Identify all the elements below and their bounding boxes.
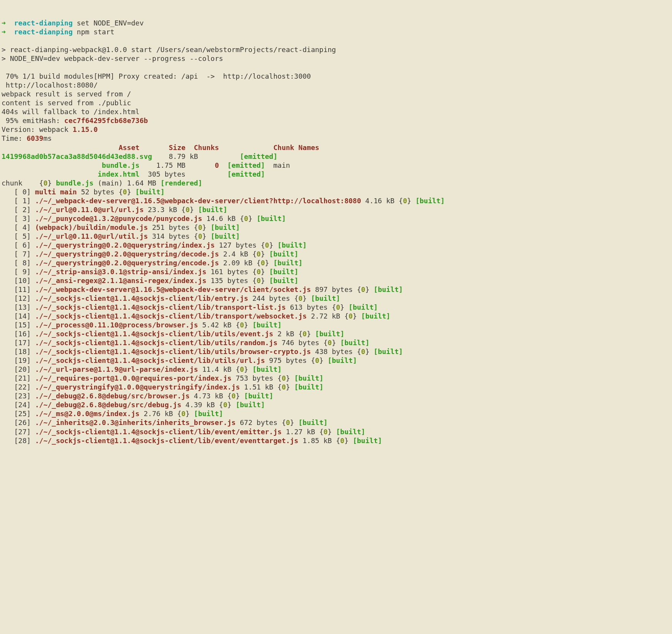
module-path: ./~/_sockjs-client@1.1.4@sockjs-client/l… <box>35 437 299 445</box>
module-index: [ 7] <box>14 250 31 258</box>
module-list: [ 0] multi main 52 bytes {0} [built] [ 1… <box>2 187 670 445</box>
module-chunk: 0 <box>361 347 365 356</box>
module-index: [16] <box>14 330 31 338</box>
module-size: 244 bytes <box>252 294 290 302</box>
module-index: [ 4] <box>14 223 31 231</box>
module-size: 251 bytes <box>152 223 190 231</box>
module-status: [built] <box>294 374 324 382</box>
asset-bundle-chunk: 0 <box>215 161 219 169</box>
module-chunk: 0 <box>198 232 202 240</box>
module-size: 135 bytes <box>211 277 248 285</box>
module-path: ./~/_ms@2.0.0@ms/index.js <box>35 410 140 418</box>
module-status: [built] <box>340 339 370 347</box>
chunk-rendered: [rendered] <box>160 179 202 187</box>
asset-index-name: index.html <box>98 170 139 178</box>
prompt-arrow-icon: ➜ <box>2 19 6 27</box>
module-size: 2.76 kB <box>144 410 173 418</box>
module-index: [25] <box>14 410 31 418</box>
module-path: (webpack)/buildin/module.js <box>35 223 148 231</box>
asset-bundle-emitted: [emitted] <box>227 161 265 169</box>
module-size: 14.6 kB <box>206 214 236 223</box>
module-index: [28] <box>14 437 31 445</box>
module-status: [built] <box>244 392 274 400</box>
module-chunk: 0 <box>186 206 190 214</box>
module-path: ./~/_querystring@0.2.0@querystring/encod… <box>35 259 219 267</box>
module-status: [built] <box>252 365 282 373</box>
version-value: 1.15.0 <box>73 125 98 133</box>
module-chunk: 0 <box>403 197 407 205</box>
module-size: 314 bytes <box>152 232 190 240</box>
module-chunk: 0 <box>302 330 307 338</box>
module-size: 127 bytes <box>219 241 257 249</box>
module-path: ./~/_querystring@0.2.0@querystring/decod… <box>35 250 219 258</box>
module-size: 2 kB <box>277 330 294 338</box>
module-status: [built] <box>273 259 302 267</box>
module-status: [built] <box>374 285 403 293</box>
module-index: [11] <box>14 285 31 293</box>
module-path: multi main <box>35 188 77 196</box>
module-size: 2.09 kB <box>223 259 252 267</box>
fallback-line: 404s will fallback to /index.html <box>2 108 140 116</box>
module-size: 746 bytes <box>282 339 319 347</box>
asset-svg-name: 1419968ad0b57aca3a88d5046d43ed88.svg <box>2 152 152 160</box>
module-status: [built] <box>299 418 328 427</box>
module-path: ./~/_sockjs-client@1.1.4@sockjs-client/l… <box>35 312 307 320</box>
module-index: [24] <box>14 401 31 409</box>
module-index: [20] <box>14 365 31 373</box>
prompt-arrow-icon: ➜ <box>2 28 6 36</box>
module-index: [23] <box>14 392 31 400</box>
module-path: ./~/_debug@2.6.8@debug/src/debug.js <box>35 401 181 409</box>
module-path: ./~/_ansi-regex@2.1.1@ansi-regex/index.j… <box>35 277 206 285</box>
module-chunk: 0 <box>265 241 269 249</box>
asset-svg-emitted: [emitted] <box>240 152 278 160</box>
command-2: npm start <box>77 28 115 36</box>
chunk-main: (main) 1.64 MB <box>98 179 156 187</box>
module-path: ./~/_url@0.11.0@url/util.js <box>35 232 148 240</box>
module-chunk: 0 <box>315 356 319 364</box>
module-chunk: 0 <box>257 250 261 258</box>
module-status: [built] <box>328 356 357 364</box>
module-size: 2.72 kB <box>311 312 340 320</box>
module-chunk: 0 <box>298 294 302 302</box>
chunk-name: bundle.js <box>56 179 94 187</box>
module-chunk: 0 <box>324 428 328 436</box>
module-size: 1.85 kB <box>302 437 332 445</box>
module-chunk: 0 <box>240 321 244 329</box>
module-index: [14] <box>14 312 31 320</box>
module-index: [26] <box>14 418 31 427</box>
module-chunk: 0 <box>340 437 344 445</box>
module-status: [built] <box>336 428 365 436</box>
asset-index-size: 305 bytes <box>148 170 186 178</box>
module-path: ./~/_sockjs-client@1.1.4@sockjs-client/l… <box>35 339 278 347</box>
module-status: [built] <box>211 232 240 240</box>
module-chunk: 0 <box>336 303 340 311</box>
col-chunknames: Chunk Names <box>273 143 319 152</box>
module-path: ./~/_webpack-dev-server@1.16.5@webpack-d… <box>35 285 311 293</box>
local-url: http://localhost:8080/ <box>6 81 98 89</box>
proxy-line: 70% 1/1 build modules[HPM] Proxy created… <box>6 72 311 80</box>
content-from-line: content is served from ./public <box>2 99 131 107</box>
module-index: [ 9] <box>14 268 31 276</box>
module-chunk: 0 <box>282 374 286 382</box>
module-index: [ 5] <box>14 232 31 240</box>
chunk-id: 0 <box>43 179 47 187</box>
module-status: [built] <box>198 206 227 214</box>
module-path: ./~/_process@0.11.10@process/browser.js <box>35 321 198 329</box>
module-size: 1.27 kB <box>286 428 315 436</box>
module-size: 4.39 kB <box>186 401 215 409</box>
prompt-project: react-dianping <box>14 19 73 27</box>
module-size: 23.3 kB <box>148 206 177 214</box>
module-size: 897 bytes <box>315 285 353 293</box>
module-size: 4.73 kB <box>194 392 223 400</box>
module-status: [built] <box>277 241 307 249</box>
version-label: Version: webpack <box>2 125 68 133</box>
module-path: ./~/_sockjs-client@1.1.4@sockjs-client/l… <box>35 347 311 356</box>
command-1: set NODE_ENV=dev <box>77 19 144 27</box>
module-chunk: 0 <box>231 392 236 400</box>
module-status: [built] <box>311 294 340 302</box>
module-status: [built] <box>361 312 390 320</box>
col-asset: Asset <box>118 143 139 152</box>
module-index: [18] <box>14 347 31 356</box>
module-chunk: 0 <box>244 214 248 223</box>
module-status: [built] <box>294 383 324 391</box>
